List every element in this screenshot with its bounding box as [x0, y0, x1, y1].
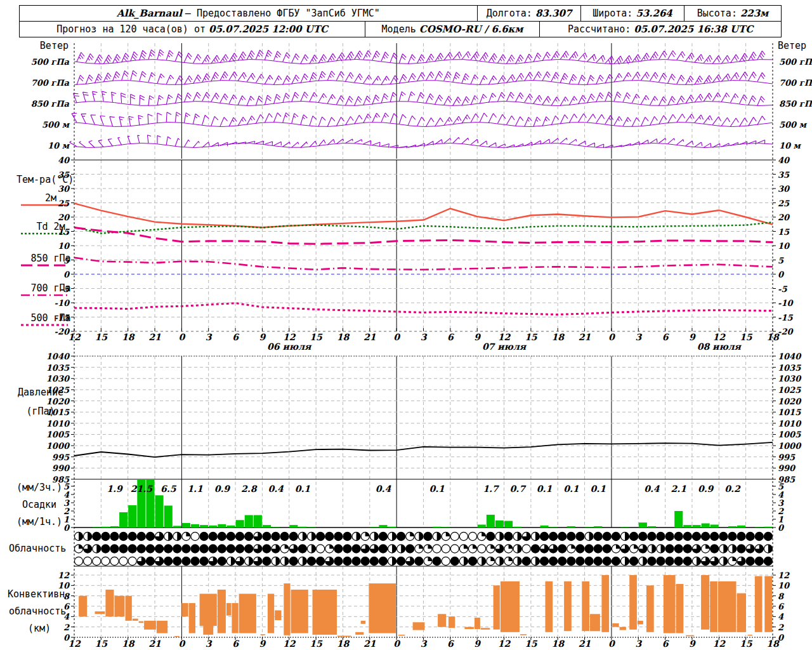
- meteogram-canvas: [0, 0, 812, 650]
- meteogram-page: Alk_Barnaul – Предоставлено ФГБУ "ЗапСиб…: [0, 0, 812, 650]
